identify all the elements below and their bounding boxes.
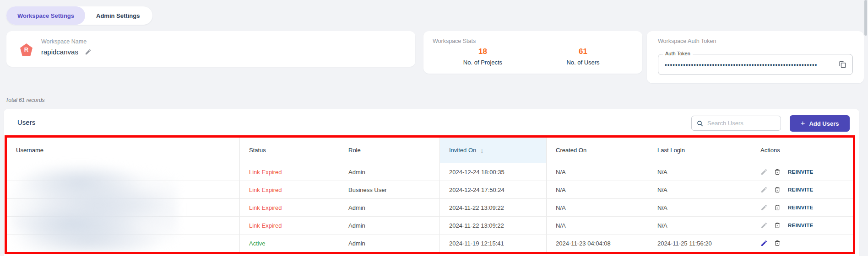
created-on-cell: N/A — [547, 181, 648, 198]
users-table-highlight: Username Status Role Invited On ↓ Create… — [5, 135, 855, 254]
users-table: Username Status Role Invited On ↓ Create… — [7, 138, 853, 252]
invited-on-cell: 2024-12-24 18:00:35 — [440, 163, 547, 181]
reinvite-link[interactable]: REINVITE — [788, 205, 813, 210]
search-icon — [696, 120, 704, 127]
users-count-label: No. of Users — [533, 59, 633, 66]
workspace-name-value: rapidcanvas — [41, 48, 78, 56]
status-cell: Link Expired — [240, 163, 339, 181]
table-row: Link Expired Admin 2024-11-22 13:09:22 N… — [7, 198, 853, 216]
reinvite-link[interactable]: REINVITE — [788, 169, 813, 175]
username-cell-redacted — [7, 217, 240, 234]
last-login-cell: N/A — [648, 217, 751, 234]
table-row: Link Expired Admin 2024-12-24 18:00:35 N… — [7, 163, 853, 181]
edit-user-icon[interactable] — [760, 186, 768, 193]
edit-user-icon[interactable] — [760, 204, 768, 211]
header-username[interactable]: Username — [7, 138, 240, 163]
status-cell: Active — [240, 235, 339, 252]
invited-on-cell: 2024-11-22 13:09:22 — [440, 199, 547, 216]
header-status[interactable]: Status — [240, 138, 339, 163]
header-role[interactable]: Role — [339, 138, 440, 163]
status-cell: Link Expired — [240, 217, 339, 234]
edit-workspace-name-icon[interactable] — [85, 48, 92, 55]
workspace-name-label: Workspace Name — [41, 38, 92, 45]
auth-token-field: Auth Token •••••••••••••••••••••••••••••… — [658, 54, 853, 75]
role-cell: Business User — [339, 181, 440, 198]
invited-on-cell: 2024-11-22 13:09:22 — [440, 217, 547, 234]
username-cell-redacted — [7, 181, 240, 198]
projects-count: 18 — [433, 47, 533, 56]
created-on-cell: N/A — [547, 217, 648, 234]
table-row: Active Admin 2024-11-19 12:15:41 2024-11… — [7, 234, 853, 252]
auth-token-card-label: Workspace Auth Token — [658, 38, 853, 44]
tab-workspace-settings[interactable]: Workspace Settings — [6, 6, 85, 25]
created-on-cell: N/A — [547, 199, 648, 216]
delete-user-icon[interactable] — [774, 204, 781, 211]
invited-on-cell: 2024-11-19 12:15:41 — [440, 235, 547, 252]
actions-cell — [751, 235, 853, 252]
table-row: Link Expired Admin 2024-11-22 13:09:22 N… — [7, 216, 853, 234]
stat-users: 61 No. of Users — [533, 47, 633, 66]
header-actions: Actions — [751, 138, 853, 163]
delete-user-icon[interactable] — [774, 222, 781, 229]
settings-tabbar: Workspace Settings Admin Settings — [6, 6, 152, 25]
table-row: Link Expired Business User 2024-12-24 17… — [7, 181, 853, 198]
reinvite-link[interactable]: REINVITE — [788, 223, 813, 228]
workspace-logo: R — [20, 43, 33, 56]
last-login-cell: 2024-11-25 11:56:20 — [648, 235, 751, 252]
plus-icon: + — [801, 119, 805, 127]
last-login-cell: N/A — [648, 181, 751, 198]
users-count: 61 — [533, 47, 633, 56]
stat-projects: 18 No. of Projects — [433, 47, 533, 66]
scrollbar-thumb[interactable] — [864, 0, 867, 36]
header-created-on[interactable]: Created On — [547, 138, 648, 163]
created-on-cell: 2024-11-23 04:04:08 — [547, 235, 648, 252]
total-records-note: Total 61 records — [5, 97, 45, 103]
header-last-login[interactable]: Last Login — [648, 138, 751, 163]
username-cell-redacted — [7, 163, 240, 181]
actions-cell: REINVITE — [751, 217, 853, 234]
username-cell-redacted — [7, 199, 240, 216]
last-login-cell: N/A — [648, 199, 751, 216]
edit-user-icon[interactable] — [760, 168, 768, 176]
users-title: Users — [17, 118, 35, 126]
status-cell: Link Expired — [240, 181, 339, 198]
delete-user-icon[interactable] — [774, 168, 781, 176]
auth-token-masked-value: ••••••••••••••••••••••••••••••••••••••••… — [665, 62, 834, 68]
search-users-box — [691, 116, 781, 131]
role-cell: Admin — [339, 163, 440, 181]
workspace-name-card: R Workspace Name rapidcanvas — [6, 31, 415, 67]
actions-cell: REINVITE — [751, 163, 853, 181]
created-on-cell: N/A — [547, 163, 648, 181]
workspace-stats-label: Workspace Stats — [433, 38, 633, 44]
delete-user-icon[interactable] — [774, 240, 781, 247]
header-invited-on[interactable]: Invited On ↓ — [440, 138, 547, 163]
auth-token-field-label: Auth Token — [663, 51, 693, 56]
copy-token-icon[interactable] — [838, 60, 847, 69]
invited-on-cell: 2024-12-24 17:50:24 — [440, 181, 547, 198]
sort-desc-icon: ↓ — [480, 147, 483, 154]
add-users-label: Add Users — [809, 120, 839, 127]
edit-user-icon[interactable] — [760, 240, 768, 247]
add-users-button[interactable]: + Add Users — [790, 115, 850, 132]
edit-user-icon[interactable] — [760, 222, 768, 229]
auth-token-card: Workspace Auth Token Auth Token ••••••••… — [647, 31, 864, 83]
actions-cell: REINVITE — [751, 181, 853, 198]
role-cell: Admin — [339, 217, 440, 234]
last-login-cell: N/A — [648, 163, 751, 181]
header-invited-on-label: Invited On — [449, 147, 476, 154]
workspace-stats-card: Workspace Stats 18 No. of Projects 61 No… — [423, 31, 642, 74]
role-cell: Admin — [339, 199, 440, 216]
reinvite-link[interactable]: REINVITE — [788, 187, 813, 192]
search-users-input[interactable] — [707, 120, 776, 127]
username-cell-redacted — [7, 235, 240, 252]
role-cell: Admin — [339, 235, 440, 252]
table-header-row: Username Status Role Invited On ↓ Create… — [7, 138, 853, 163]
delete-user-icon[interactable] — [774, 186, 781, 193]
status-cell: Link Expired — [240, 199, 339, 216]
tab-admin-settings[interactable]: Admin Settings — [85, 6, 151, 25]
actions-cell: REINVITE — [751, 199, 853, 216]
projects-count-label: No. of Projects — [433, 59, 533, 66]
